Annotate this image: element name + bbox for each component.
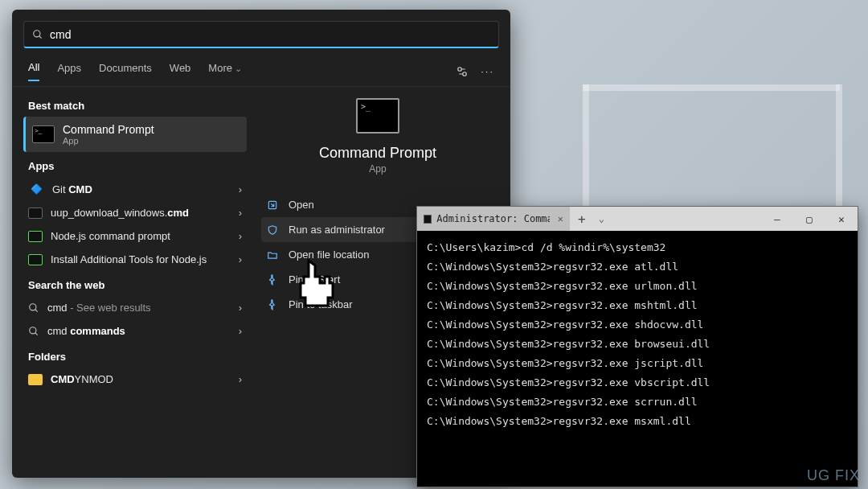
chevron-right-icon: › — [239, 373, 242, 385]
tab-more[interactable]: More — [208, 62, 242, 80]
minimize-button[interactable]: — — [761, 213, 793, 225]
open-icon — [266, 199, 279, 211]
preview-title: Command Prompt — [261, 145, 494, 162]
chevron-right-icon: › — [239, 207, 242, 219]
terminal-line: C:\Windows\System32>regsvr32.exe vbscrip… — [427, 373, 848, 392]
folder-icon — [28, 374, 43, 385]
results-column: Best match >_ Command Prompt App Apps 🔷 … — [12, 87, 253, 473]
section-best-match: Best match — [28, 100, 247, 112]
account-sync-icon[interactable] — [455, 64, 469, 79]
search-icon — [28, 302, 39, 314]
wallpaper-shape — [583, 84, 840, 91]
section-apps: Apps — [28, 160, 247, 172]
svg-line-7 — [35, 332, 38, 335]
section-folders: Folders — [28, 351, 247, 363]
terminal-window: Administrator: Command Promp ✕ + ⌄ — ▢ ✕… — [416, 206, 858, 487]
terminal-line: C:\Users\kazim>cd /d %windir%\system32 — [427, 238, 848, 257]
best-match-item[interactable]: >_ Command Prompt App — [23, 117, 247, 152]
chevron-right-icon: › — [239, 325, 242, 337]
best-match-subtitle: App — [63, 136, 154, 146]
svg-point-6 — [30, 327, 36, 333]
maximize-button[interactable]: ▢ — [793, 213, 825, 225]
shield-icon — [266, 224, 279, 236]
app-result[interactable]: Install Additional Tools for Node.js › — [23, 248, 247, 271]
svg-point-0 — [34, 30, 40, 36]
tab-all[interactable]: All — [28, 61, 39, 81]
search-input[interactable] — [50, 28, 490, 41]
svg-point-4 — [30, 303, 36, 310]
terminal-line: C:\Windows\System32>regsvr32.exe mshtml.… — [427, 296, 848, 315]
terminal-line: C:\Windows\System32>regsvr32.exe browseu… — [427, 335, 848, 354]
new-tab-button[interactable]: + — [570, 212, 594, 227]
git-icon: 🔷 — [28, 183, 44, 195]
chevron-right-icon: › — [239, 230, 242, 242]
best-match-title: Command Prompt — [63, 123, 154, 136]
folder-result[interactable]: CMDYNMOD › — [23, 368, 247, 391]
terminal-line: C:\Windows\System32>regsvr32.exe jscript… — [427, 354, 848, 373]
search-box[interactable] — [23, 21, 499, 48]
preview-subtitle: App — [261, 163, 494, 175]
script-icon — [28, 208, 43, 219]
chevron-right-icon: › — [239, 183, 242, 195]
svg-line-1 — [39, 35, 42, 38]
terminal-titlebar[interactable]: Administrator: Command Promp ✕ + ⌄ — ▢ ✕ — [417, 207, 858, 231]
section-web: Search the web — [28, 279, 247, 291]
terminal-line: C:\Windows\System32>regsvr32.exe shdocvw… — [427, 315, 848, 335]
terminal-tab[interactable]: Administrator: Command Promp ✕ — [417, 207, 570, 231]
terminal-tab-title: Administrator: Command Promp — [436, 213, 549, 224]
cmd-tab-icon — [424, 215, 432, 224]
svg-point-2 — [458, 67, 462, 71]
folder-open-icon — [266, 249, 279, 261]
app-result[interactable]: 🔷 Git CMD › — [23, 177, 247, 201]
terminal-line: C:\Windows\System32>regsvr32.exe scrrun.… — [427, 392, 848, 412]
tab-web[interactable]: Web — [170, 62, 191, 80]
pin-icon — [266, 274, 279, 286]
app-result[interactable]: Node.js command prompt › — [23, 224, 247, 248]
web-result[interactable]: cmd - See web results › — [23, 296, 247, 319]
close-window-button[interactable]: ✕ — [825, 213, 858, 225]
web-result[interactable]: cmd commands › — [23, 319, 247, 343]
search-icon — [32, 29, 43, 40]
tab-documents[interactable]: Documents — [99, 62, 152, 80]
more-options-icon[interactable]: ··· — [481, 65, 494, 77]
node-icon — [28, 231, 43, 242]
search-icon — [28, 326, 39, 337]
node-icon — [28, 254, 43, 265]
filter-tabs: All Apps Documents Web More ··· — [12, 53, 510, 87]
app-large-icon — [356, 98, 399, 134]
terminal-line: C:\Windows\System32>regsvr32.exe msxml.d… — [427, 412, 848, 431]
terminal-line: C:\Windows\System32>regsvr32.exe urlmon.… — [427, 277, 848, 296]
tab-apps[interactable]: Apps — [57, 62, 81, 80]
svg-point-3 — [463, 72, 467, 76]
close-tab-icon[interactable]: ✕ — [558, 213, 563, 224]
chevron-right-icon: › — [239, 302, 242, 314]
watermark: UG FIX — [807, 467, 860, 484]
terminal-output[interactable]: C:\Users\kazim>cd /d %windir%\system32C:… — [417, 231, 858, 438]
svg-line-5 — [35, 309, 38, 311]
app-result[interactable]: uup_download_windows.cmd › — [23, 201, 247, 224]
tab-dropdown-icon[interactable]: ⌄ — [594, 213, 609, 224]
pin-icon — [266, 299, 279, 310]
cmd-app-icon: >_ — [32, 125, 55, 143]
terminal-line: C:\Windows\System32>regsvr32.exe atl.dll — [427, 257, 848, 277]
chevron-right-icon: › — [239, 253, 242, 265]
